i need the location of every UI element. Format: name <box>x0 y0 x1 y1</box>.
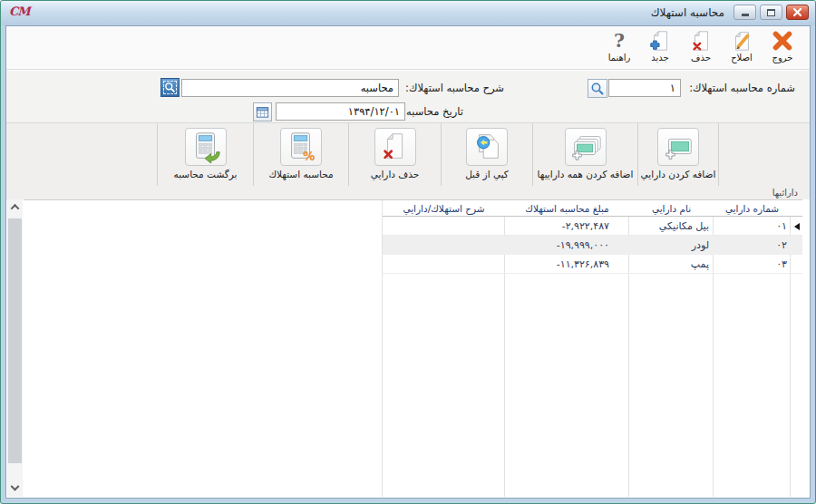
calculate-depreciation-icon: % <box>284 130 318 164</box>
add-asset-button[interactable]: اضافه كردن دارايي <box>637 123 719 186</box>
search-icon <box>590 82 605 96</box>
description-zoom-button[interactable] <box>160 78 180 97</box>
scroll-down-button[interactable] <box>7 481 23 497</box>
add-all-assets-icon <box>568 130 603 164</box>
assets-grid: شماره دارايي نام دارايي مبلغ محاسبه استه… <box>24 199 802 497</box>
calculate-depreciation-button[interactable]: % محاسبه استهلاك <box>253 123 348 186</box>
add-asset-icon <box>661 130 695 164</box>
add-all-assets-button[interactable]: اضافه كردن همه داراييها <box>532 123 637 186</box>
main-toolbar: خروج اصلاح حذف <box>6 26 810 70</box>
window-content: خروج اصلاح حذف <box>5 25 811 499</box>
table-row[interactable]: ۰۲ لودر -۱۹,۹۹۹,۰۰۰ <box>383 236 802 255</box>
table-row[interactable]: ۰۱ بيل مكانيكي -۲,۹۲۲,۴۸۷ <box>383 217 802 236</box>
calc-description-input[interactable]: محاسبه <box>181 79 399 97</box>
chevron-up-icon <box>11 204 20 213</box>
app-logo-icon: CM <box>9 5 30 18</box>
delete-asset-icon <box>378 130 413 164</box>
table-row[interactable]: ۰۳ پمپ -۱۱,۳۲۶,۸۳۹ <box>383 255 802 274</box>
actions-bar: اضافه كردن دارايي اضافه كردن همه داراييه… <box>6 123 810 186</box>
svg-text:?: ? <box>614 30 625 52</box>
calendar-icon <box>255 105 270 120</box>
delete-button[interactable]: حذف <box>682 29 720 69</box>
svg-text:%: % <box>303 150 315 163</box>
revert-calculation-button[interactable]: برگشت محاسبه <box>157 123 253 186</box>
vertical-scrollbar[interactable] <box>7 199 23 497</box>
edit-button[interactable]: اصلاح <box>723 29 761 69</box>
scrollbar-thumb[interactable] <box>8 218 22 463</box>
calc-date-label: تاريخ محاسبه: <box>403 105 463 118</box>
title-bar: CM محاسبه استهلاك <box>1 1 815 25</box>
grid-header: شماره دارايي نام دارايي مبلغ محاسبه استه… <box>383 200 802 217</box>
selected-row-marker-icon <box>794 223 800 230</box>
form-area: شماره محاسبه استهلاك: ۱ شرح محاسبه استهل… <box>6 71 810 123</box>
calc-number-label: شماره محاسبه استهلاك: <box>689 82 795 94</box>
scroll-up-button[interactable] <box>7 199 23 215</box>
maximize-icon <box>767 9 775 16</box>
delete-icon <box>689 29 713 53</box>
calc-number-input[interactable]: ۱ <box>608 79 681 97</box>
search-button[interactable] <box>588 79 607 98</box>
maximize-button[interactable] <box>760 5 782 20</box>
calc-date-input[interactable]: ۱۳۹۴/۱۲/۰۱ <box>276 102 405 121</box>
col-header-depreciation-amount[interactable]: مبلغ محاسبه استهلاك <box>505 200 629 217</box>
col-header-description[interactable]: شرح استهلاك/دارايي <box>383 200 505 217</box>
exit-icon <box>771 29 794 53</box>
window-title: محاسبه استهلاك <box>651 6 724 19</box>
close-button[interactable] <box>786 5 809 20</box>
help-button[interactable]: ? راهنما <box>600 29 638 69</box>
col-header-asset-name[interactable]: نام دارايي <box>629 200 714 217</box>
assets-section-label: دارائيها <box>6 186 810 199</box>
edit-icon <box>730 29 753 53</box>
new-button[interactable]: جديد <box>641 29 679 69</box>
calc-description-label: شرح محاسبه استهلاك: <box>405 82 504 94</box>
copy-previous-button[interactable]: كپي از قبل <box>441 123 532 186</box>
close-icon <box>792 7 802 17</box>
copy-previous-icon <box>470 130 504 164</box>
new-icon <box>648 29 672 53</box>
calendar-button[interactable] <box>253 102 272 121</box>
col-header-asset-number[interactable]: شماره دارايي <box>714 200 791 217</box>
revert-calculation-icon <box>189 130 223 164</box>
chevron-down-icon <box>11 482 20 491</box>
app-window: CM محاسبه استهلاك خروج <box>0 0 816 504</box>
exit-button[interactable]: خروج <box>763 29 801 69</box>
delete-asset-button[interactable]: حذف دارايي <box>348 123 441 186</box>
help-icon: ? <box>607 29 631 53</box>
minimize-button[interactable] <box>733 5 756 20</box>
minimize-icon <box>742 14 749 16</box>
